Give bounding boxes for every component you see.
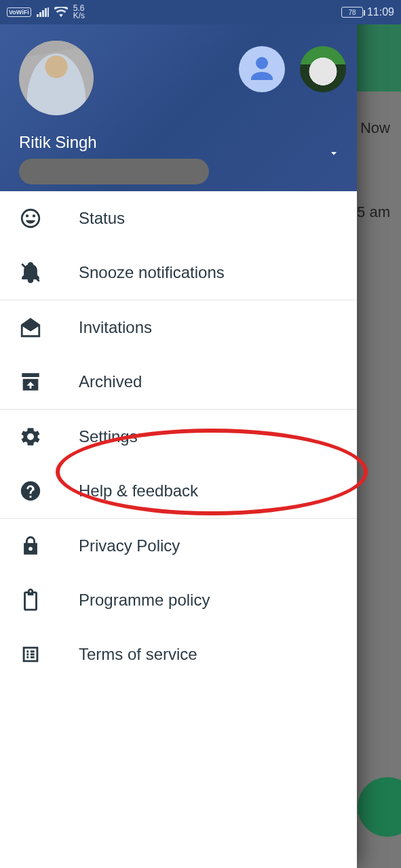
archive-icon (19, 370, 42, 393)
menu-snooze[interactable]: Snooze notifications (0, 245, 357, 300)
main-avatar[interactable] (19, 41, 94, 115)
list-icon (19, 643, 42, 666)
menu-invitations[interactable]: Invitations (0, 300, 357, 355)
account-switcher (239, 46, 346, 92)
menu-invitations-label: Invitations (79, 318, 152, 337)
drawer-header[interactable]: Ritik Singh (0, 0, 357, 191)
background-text-now: Now (360, 119, 390, 137)
menu-programme[interactable]: Programme policy (0, 573, 357, 627)
menu-archived[interactable]: Archived (0, 355, 357, 409)
menu-terms[interactable]: Terms of service (0, 627, 357, 682)
gear-icon (19, 425, 42, 448)
wifi-icon (54, 7, 68, 18)
drawer-menu: Status Snooze notifications Invitations … (0, 191, 357, 868)
menu-help[interactable]: Help & feedback (0, 464, 357, 518)
menu-help-label: Help & feedback (79, 481, 198, 500)
network-speed: 5.6K/s (73, 5, 85, 20)
menu-archived-label: Archived (79, 372, 142, 391)
account-dropdown-icon[interactable] (327, 146, 341, 163)
signal-icon (37, 7, 49, 17)
clock: 11:09 (367, 6, 394, 18)
clipboard-icon (19, 589, 42, 612)
lock-icon (19, 534, 42, 557)
user-email-redacted (19, 159, 209, 184)
user-name: Ritik Singh (19, 133, 357, 152)
menu-status-label: Status (79, 209, 125, 228)
bell-off-icon (19, 261, 42, 284)
menu-settings-label: Settings (79, 427, 138, 446)
menu-privacy-label: Privacy Policy (79, 536, 180, 555)
status-bar: VoWiFi 5.6K/s 78 11:09 (0, 0, 401, 24)
alt-account-1[interactable] (239, 46, 285, 92)
battery-icon: 78 (341, 7, 363, 18)
menu-settings[interactable]: Settings (0, 410, 357, 464)
menu-status[interactable]: Status (0, 191, 357, 245)
menu-snooze-label: Snooze notifications (79, 263, 225, 282)
alt-account-2[interactable] (300, 46, 346, 92)
navigation-drawer: Ritik Singh Status Snooze notifications … (0, 0, 357, 868)
envelope-open-icon (19, 316, 42, 339)
vowifi-icon: VoWiFi (7, 7, 31, 17)
fab-button[interactable] (358, 777, 401, 837)
help-icon (19, 479, 42, 502)
menu-terms-label: Terms of service (79, 645, 197, 664)
menu-programme-label: Programme policy (79, 591, 210, 610)
menu-privacy[interactable]: Privacy Policy (0, 519, 357, 573)
smiley-icon (19, 207, 42, 230)
background-text-time: 5 am (357, 203, 390, 221)
